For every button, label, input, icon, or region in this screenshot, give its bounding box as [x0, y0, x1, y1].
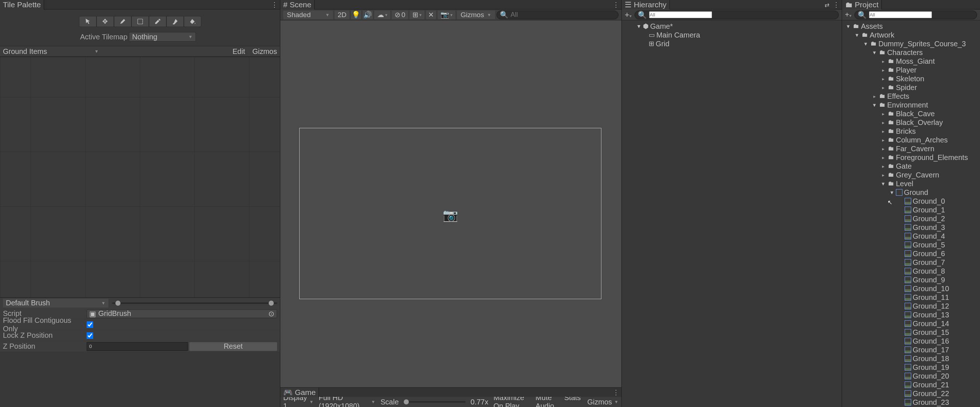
- project-tree-item[interactable]: ▸🖿Skeleton: [842, 74, 980, 83]
- gizmos-dropdown[interactable]: Gizmos▼: [457, 11, 495, 19]
- ground-sprite[interactable]: Ground_12: [842, 302, 980, 310]
- brush-dropdown[interactable]: Default Brush ▼: [3, 299, 108, 308]
- project-search[interactable]: 🔍: [854, 11, 977, 19]
- tab-project[interactable]: 🖿 Project: [842, 0, 882, 10]
- edit-button[interactable]: Edit: [232, 47, 245, 56]
- ground-sprite[interactable]: Ground_5: [842, 241, 980, 249]
- ground-texture[interactable]: ▼Ground: [842, 188, 980, 197]
- scene-viewport[interactable]: 📷: [280, 21, 621, 387]
- ground-sprite[interactable]: Ground_15: [842, 328, 980, 337]
- fold-icon[interactable]: ▸: [881, 85, 886, 90]
- ground-sprite[interactable]: Ground_9: [842, 276, 980, 284]
- grid-dropdown[interactable]: ⊞▾: [410, 11, 425, 19]
- hidden-objects[interactable]: ⊘0: [392, 11, 409, 19]
- ground-sprite[interactable]: Ground_11: [842, 293, 980, 302]
- fold-icon[interactable]: ▸: [881, 111, 886, 117]
- reset-button[interactable]: Reset: [189, 342, 277, 351]
- project-tree-item[interactable]: ▼🖿Level: [842, 179, 980, 188]
- tab-hierarchy[interactable]: ☰ Hierarchy: [622, 0, 670, 10]
- project-tree-item[interactable]: ▸🖿Black_Overlay: [842, 118, 980, 127]
- hierarchy-search-input[interactable]: [649, 11, 712, 18]
- project-tree-item[interactable]: ▸🖿Black_Cave: [842, 109, 980, 118]
- ground-sprite[interactable]: Ground_21: [842, 380, 980, 389]
- flood-fill-checkbox[interactable]: [87, 321, 93, 328]
- project-tree-item[interactable]: ▸🖿Grey_Cavern: [842, 171, 980, 179]
- fx-dropdown[interactable]: ☁▾: [374, 11, 390, 19]
- brush-tool-button[interactable]: [114, 16, 131, 27]
- ground-sprite[interactable]: Ground_13: [842, 310, 980, 319]
- palette-zoom-slider[interactable]: [112, 302, 277, 304]
- 2d-toggle[interactable]: 2D: [334, 11, 349, 19]
- panel-menu-icon[interactable]: ⋮: [612, 0, 619, 10]
- active-tilemap-dropdown[interactable]: Nothing ▼: [129, 32, 196, 41]
- scene-row[interactable]: ▼ ⬢ Game* ⋮: [622, 22, 842, 30]
- ground-sprite[interactable]: Ground_18: [842, 354, 980, 363]
- project-tree-item[interactable]: ▼🖿Dummy_Sprites_Course_3: [842, 39, 980, 48]
- link-icon[interactable]: ⇄: [824, 0, 829, 10]
- fold-icon[interactable]: ▼: [872, 102, 877, 108]
- palette-selector-dropdown[interactable]: Ground Items ▼: [3, 47, 99, 56]
- scene-search-input[interactable]: [511, 11, 615, 19]
- create-dropdown[interactable]: +▾: [845, 11, 851, 19]
- fold-icon[interactable]: ▼: [636, 23, 641, 29]
- fold-icon[interactable]: ▸: [881, 120, 886, 125]
- project-tree-item[interactable]: ▸🖿Far_Cavern: [842, 144, 980, 153]
- fold-icon[interactable]: ▼: [872, 50, 877, 55]
- box-tool-button[interactable]: [131, 16, 149, 27]
- panel-menu-icon[interactable]: ⋮: [271, 0, 278, 10]
- script-field[interactable]: ▣GridBrush ⊙: [87, 310, 277, 318]
- lighting-toggle[interactable]: 💡: [351, 11, 361, 19]
- shading-mode-dropdown[interactable]: Shaded ▼: [283, 11, 333, 19]
- hierarchy-item[interactable]: ▭ Main Camera: [622, 30, 842, 39]
- tab-tile-palette[interactable]: Tile Palette: [0, 0, 44, 10]
- fold-icon[interactable]: ▸: [872, 94, 877, 99]
- project-tree-item[interactable]: ▼🖿Environment: [842, 101, 980, 109]
- camera-dropdown[interactable]: 📷▾: [438, 11, 455, 19]
- ground-sprite[interactable]: Ground_19: [842, 363, 980, 372]
- picker-tool-button[interactable]: [149, 16, 166, 27]
- hierarchy-search[interactable]: 🔍: [635, 11, 839, 19]
- fold-icon[interactable]: ▸: [881, 137, 886, 143]
- fold-icon[interactable]: ▼: [846, 24, 851, 29]
- panel-menu-icon[interactable]: ⋮: [612, 388, 619, 397]
- ground-sprite[interactable]: Ground_22: [842, 389, 980, 398]
- fold-icon[interactable]: ▸: [881, 172, 886, 178]
- fill-tool-button[interactable]: [184, 16, 201, 27]
- fold-icon[interactable]: ▸: [881, 76, 886, 81]
- eraser-tool-button[interactable]: [166, 16, 184, 27]
- select-tool-button[interactable]: [79, 16, 97, 27]
- fold-icon[interactable]: ▼: [889, 190, 894, 195]
- fold-icon[interactable]: ▼: [881, 181, 886, 187]
- scene-search[interactable]: 🔍: [496, 11, 619, 19]
- ground-sprite[interactable]: Ground_6: [842, 249, 980, 258]
- fold-icon[interactable]: ▸: [881, 146, 886, 152]
- project-tree-item[interactable]: ▸🖿Column_Arches: [842, 136, 980, 144]
- create-dropdown[interactable]: +▾: [625, 10, 632, 20]
- project-search-input[interactable]: [869, 11, 932, 18]
- object-picker-icon[interactable]: ⊙: [268, 310, 275, 318]
- fold-icon[interactable]: ▸: [881, 67, 886, 73]
- ground-sprite[interactable]: Ground_0: [842, 197, 980, 206]
- lock-z-checkbox[interactable]: [87, 332, 93, 339]
- ground-sprite[interactable]: Ground_17: [842, 345, 980, 354]
- move-tool-button[interactable]: ✥: [97, 16, 114, 27]
- ground-sprite[interactable]: Ground_8: [842, 267, 980, 276]
- fold-icon[interactable]: ▸: [881, 164, 886, 169]
- fold-icon[interactable]: ▼: [854, 32, 859, 38]
- palette-tile-grid[interactable]: [0, 57, 280, 297]
- tab-scene[interactable]: # Scene: [280, 0, 315, 10]
- project-tree-item[interactable]: ▸🖿Effects: [842, 92, 980, 101]
- project-tree-item[interactable]: ▸🖿Spider: [842, 83, 980, 92]
- ground-sprite[interactable]: Ground_4: [842, 232, 980, 241]
- ground-sprite[interactable]: Ground_23: [842, 398, 980, 407]
- ground-sprite[interactable]: Ground_16: [842, 337, 980, 345]
- ground-sprite[interactable]: Ground_20: [842, 372, 980, 380]
- hierarchy-item[interactable]: ⊞ Grid: [622, 39, 842, 48]
- project-tree-item[interactable]: ▼🖿Characters: [842, 48, 980, 57]
- ground-sprite[interactable]: Ground_7: [842, 258, 980, 267]
- scale-slider[interactable]: [404, 401, 465, 403]
- fold-icon[interactable]: ▸: [881, 129, 886, 134]
- ground-sprite[interactable]: Ground_1: [842, 206, 980, 214]
- assets-folder[interactable]: ▼🖿Assets: [842, 22, 980, 30]
- project-tree-item[interactable]: ▼🖿Artwork: [842, 30, 980, 39]
